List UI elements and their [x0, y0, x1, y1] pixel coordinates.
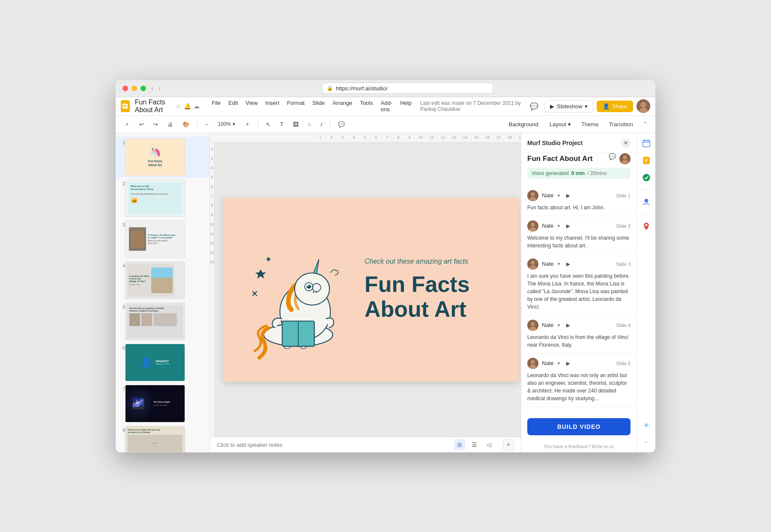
menu-slide[interactable]: Slide: [309, 98, 328, 114]
share-button[interactable]: 👤 Share: [597, 101, 633, 112]
voice-generated-time: 0 min: [571, 170, 585, 176]
sidebar-check-icon[interactable]: [640, 171, 653, 184]
shapes-btn[interactable]: ○: [305, 118, 315, 130]
murf-play-4[interactable]: ▶: [563, 321, 573, 330]
ruler-mark: 13: [448, 135, 460, 140]
murf-dropdown-2[interactable]: ▾: [558, 223, 560, 228]
zoom-display[interactable]: 100% ▾: [215, 118, 239, 130]
user-avatar[interactable]: [637, 99, 650, 113]
ruler-mark: 2: [326, 135, 337, 140]
murf-chat-icon[interactable]: 💬: [609, 153, 616, 164]
slide-item-6[interactable]: 6 👤 Amazed? Village of Vinci: [116, 342, 209, 383]
slide-item-1[interactable]: 1 🦄 Fun FactsAbout Art: [116, 137, 209, 178]
sidebar-calendar-icon[interactable]: [640, 137, 653, 150]
sidebar-add-icon[interactable]: ＋: [640, 418, 653, 432]
cursor-btn[interactable]: ↖: [263, 118, 274, 130]
layout-button[interactable]: Layout ▾: [546, 119, 574, 129]
sidebar-person-icon[interactable]: [640, 195, 653, 209]
paint-btn[interactable]: 🎨: [179, 118, 193, 130]
slide-item-5[interactable]: 5 He was also an engineer, scientist,the…: [116, 301, 209, 342]
slideshow-chevron: ▾: [585, 103, 588, 110]
murf-slide-text-5[interactable]: Leonardo da Vinci was not only an artist…: [527, 372, 631, 402]
maximize-button[interactable]: [140, 86, 146, 91]
forward-button[interactable]: ›: [158, 85, 161, 92]
menu-view[interactable]: View: [242, 98, 261, 114]
textbox-btn[interactable]: T: [277, 118, 287, 130]
slide-canvas[interactable]: Check out these amazing art facts Fun Fa…: [215, 143, 521, 437]
murf-slide-text-2[interactable]: Welcome to my channel. I'll be sharing s…: [527, 234, 631, 250]
murf-close-button[interactable]: ✕: [621, 138, 631, 148]
list-view-btn[interactable]: ☰: [469, 439, 480, 450]
slideshow-button[interactable]: ▶ Slideshow ▾: [544, 100, 593, 113]
slide-item-4[interactable]: 4 Leonardo da Vinciis from thevillage of…: [116, 260, 209, 301]
menu-edit[interactable]: Edit: [225, 98, 241, 114]
murf-slide-text-3[interactable]: I am sure you have seen this painting be…: [527, 272, 631, 311]
slide-number-6: 6: [117, 344, 125, 351]
redo-btn[interactable]: ↪: [150, 118, 161, 130]
murf-slide-text-4[interactable]: Leonardo da Vinci is from the village of…: [527, 333, 631, 349]
sidebar-expand-icon[interactable]: ›: [640, 435, 653, 449]
speaker-notes[interactable]: Click to add speaker notes: [217, 442, 449, 448]
menu-tools[interactable]: Tools: [356, 98, 376, 114]
background-button[interactable]: Background: [504, 119, 542, 129]
svg-point-8: [254, 293, 255, 294]
collapse-toolbar-btn[interactable]: ⌃: [640, 119, 650, 129]
line-btn[interactable]: /: [317, 118, 326, 130]
menu-help[interactable]: Help: [397, 98, 415, 114]
menu-arrange[interactable]: Arrange: [329, 98, 356, 114]
svg-rect-45: [643, 140, 650, 147]
menu-insert[interactable]: Insert: [262, 98, 283, 114]
svg-point-31: [531, 192, 535, 196]
slide-item-8[interactable]: 8 Vincent van Gogh sold only oneart work…: [116, 424, 209, 452]
murf-voice-status: Voice generated 0 min / 20mins: [527, 168, 631, 179]
murf-dropdown-1[interactable]: ▾: [558, 193, 560, 198]
print-btn[interactable]: 🖨: [164, 118, 176, 130]
murf-play-2[interactable]: ▶: [563, 221, 573, 231]
zoom-in-btn[interactable]: ＋: [241, 118, 254, 130]
layout-chevron: ▾: [568, 121, 571, 128]
grid-view-btn[interactable]: ⊞: [454, 439, 465, 450]
murf-play-1[interactable]: ▶: [563, 191, 573, 200]
star-icon[interactable]: ☆: [176, 103, 181, 110]
collapse-panel-btn[interactable]: ◁: [483, 439, 494, 450]
menu-format[interactable]: Format: [284, 98, 308, 114]
murf-avatar-1: [527, 190, 538, 201]
svg-point-4: [640, 102, 646, 108]
undo-btn[interactable]: ↩: [136, 118, 147, 130]
comment-btn[interactable]: 💬: [335, 118, 348, 130]
add-btn[interactable]: ＋: [121, 118, 133, 130]
add-slide-btn[interactable]: ＋: [503, 439, 514, 450]
murf-play-5[interactable]: ▶: [563, 359, 573, 368]
murf-slide-3: Nate ▾ ▶ Slide 3 I am sure you have seen…: [521, 254, 637, 315]
close-button[interactable]: [123, 86, 128, 91]
address-bar[interactable]: 🔒 https://murf.ai/studio/: [322, 83, 493, 94]
back-button[interactable]: ‹: [151, 85, 153, 92]
murf-dropdown-5[interactable]: ▾: [558, 361, 560, 366]
slide-item-3[interactable]: 3 In France, the Mona Lisais called "La …: [116, 219, 209, 260]
build-video-button[interactable]: BUILD VIDEO: [527, 418, 631, 435]
sidebar-map-icon[interactable]: [640, 220, 653, 233]
image-btn[interactable]: 🖼: [290, 118, 302, 130]
murf-slide-text-1[interactable]: Fun facts about art. Hi, I am John.: [527, 204, 631, 211]
traffic-lights: [123, 86, 146, 91]
svg-point-20: [307, 285, 311, 288]
ruler-mark: 14: [460, 135, 471, 140]
murf-play-3[interactable]: ▶: [563, 259, 573, 269]
menu-file[interactable]: File: [208, 98, 224, 114]
ruler-v-mark: 6: [210, 184, 214, 194]
minimize-button[interactable]: [131, 86, 137, 91]
cloud-icon[interactable]: ☁: [194, 103, 200, 110]
sidebar-note-icon[interactable]: [640, 154, 653, 167]
slide-thumb-3: In France, the Mona Lisais called "La Jo…: [125, 220, 185, 258]
chat-icon-btn[interactable]: 💬: [527, 99, 541, 113]
slide-item-2[interactable]: 2 Welcome to MyPresentation Party I'll b…: [116, 178, 209, 219]
zoom-out-btn[interactable]: −: [202, 118, 212, 130]
theme-button[interactable]: Theme: [578, 118, 602, 130]
background-label: Background: [508, 121, 538, 128]
menu-addons[interactable]: Add-ons: [377, 98, 396, 114]
murf-dropdown-4[interactable]: ▾: [558, 323, 560, 327]
slide-item-7[interactable]: 7 🌌 The Starry Night Vincent van Gogh: [116, 383, 209, 424]
bell-icon[interactable]: 🔔: [184, 103, 191, 110]
murf-dropdown-3[interactable]: ▾: [558, 262, 560, 266]
transition-button[interactable]: Transition: [605, 118, 637, 130]
